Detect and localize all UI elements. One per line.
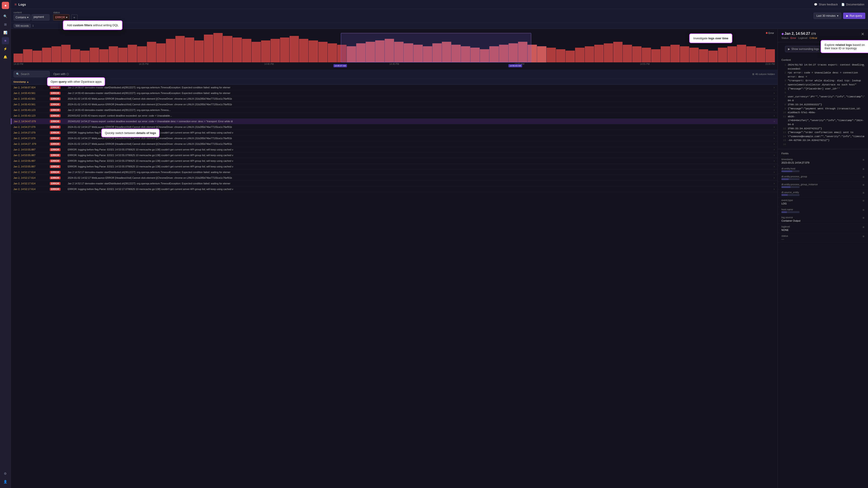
chart-bar[interactable] [680, 46, 689, 63]
table-row[interactable]: Jan 2, 14:52:17.614 ERROR 2024-01-02 14:… [11, 175, 778, 181]
cell-expand[interactable]: › [771, 90, 778, 96]
chart-bar[interactable] [718, 48, 727, 62]
chart-bar[interactable] [556, 49, 565, 63]
add-filter-button[interactable]: + [71, 14, 78, 21]
chart-bar[interactable] [413, 45, 423, 62]
status-select[interactable]: ERROR ▾ [53, 14, 69, 21]
chart-bar[interactable] [671, 45, 680, 62]
sidebar-icon-user[interactable]: 👤 [2, 478, 9, 485]
chart-bar[interactable] [442, 42, 451, 62]
chart-bar[interactable] [166, 39, 175, 62]
chart-bar[interactable] [80, 51, 90, 62]
chart-bar[interactable] [594, 45, 603, 62]
chart-bar[interactable] [223, 36, 232, 62]
cell-expand[interactable]: › [771, 158, 778, 164]
table-row[interactable]: Jan 2, 14:53:55.887 ERROR ERROR: logging… [11, 153, 778, 158]
chart-bar[interactable] [213, 33, 223, 62]
chart-bar[interactable] [661, 46, 670, 63]
table-row[interactable]: Jan 2, 14:53:55.887 ERROR ERROR: logging… [11, 158, 778, 164]
chart-bar[interactable] [461, 46, 470, 63]
cell-expand[interactable]: › [771, 175, 778, 181]
content-column-header[interactable]: Content ▾ [66, 79, 771, 85]
chart-bar[interactable] [147, 42, 156, 62]
chart-bar[interactable] [575, 48, 584, 62]
chart-bar[interactable] [71, 49, 80, 63]
field-filter-icon[interactable]: ≡ [863, 216, 864, 220]
chart-bar[interactable] [508, 43, 518, 63]
chart-bar[interactable] [13, 54, 23, 62]
chart-bar[interactable] [766, 49, 775, 63]
chart-bar[interactable] [128, 45, 137, 62]
chart-bar[interactable] [204, 35, 213, 63]
content-type-select[interactable]: Contains ▾ [13, 14, 31, 21]
chart-bar[interactable] [528, 45, 537, 62]
chart-bar[interactable] [99, 49, 108, 63]
time-range-select[interactable]: Last 30 minutes ▾ [813, 13, 841, 19]
chart-bar[interactable] [613, 42, 622, 62]
field-filter-icon[interactable]: ≡ [863, 191, 864, 195]
chart-bar[interactable] [280, 37, 289, 63]
table-row[interactable]: Jan 2, 14:55:43.561 ERROR Jan 2 14:55:43… [11, 90, 778, 96]
chart-bar[interactable] [489, 46, 499, 63]
chart-bar[interactable] [137, 46, 147, 63]
cell-expand[interactable]: › [771, 107, 778, 113]
panel-close-button[interactable]: ✕ [861, 32, 864, 37]
cell-expand[interactable]: › [771, 169, 778, 175]
chart-bar[interactable] [547, 48, 556, 62]
chart-bar[interactable] [537, 46, 546, 63]
chart-bar[interactable] [318, 42, 328, 62]
chart-bar[interactable] [299, 39, 308, 62]
chart-bar[interactable] [194, 40, 204, 63]
chart-bar[interactable] [727, 46, 737, 63]
logs-table[interactable]: timestamp ▲ Status ▾ Content ▾ Jan 2, 14… [11, 79, 778, 488]
content-value-input[interactable]: payment [31, 14, 50, 21]
chart-bar[interactable] [23, 49, 32, 63]
chart-bar[interactable] [61, 45, 70, 62]
cell-expand[interactable]: › [771, 119, 778, 124]
table-row[interactable]: Jan 2, 14:55:43.561 ERROR 2024-01-02 14:… [11, 96, 778, 102]
sidebar-icon-search[interactable]: 🔍 [2, 13, 9, 20]
table-row[interactable]: Jan 2, 14:55:43.123 ERROR Jan 2 14:55:43… [11, 107, 778, 113]
chart-bar[interactable] [42, 48, 51, 62]
chart-bar[interactable] [347, 46, 356, 63]
chart-bar[interactable] [337, 45, 346, 62]
chart-bar[interactable] [565, 51, 575, 62]
field-filter-icon[interactable]: ≡ [863, 225, 864, 229]
chart-bar[interactable] [452, 45, 461, 62]
app-logo[interactable]: ◆ [2, 2, 9, 9]
chart-bar[interactable] [261, 40, 270, 63]
chart-bar[interactable] [309, 40, 318, 63]
table-row[interactable]: Jan 2, 14:52:17.614 ERROR Jan 2 14:52:17… [11, 181, 778, 186]
chart-bar[interactable] [689, 48, 699, 62]
chart-bar[interactable] [90, 48, 99, 62]
chart-bar[interactable] [289, 36, 299, 62]
table-row[interactable]: Jan 2, 14:54:47.079 ERROR 2024/01/02 14:… [11, 119, 778, 124]
chart-bar[interactable] [271, 39, 280, 62]
cell-expand[interactable]: › [771, 181, 778, 186]
cell-expand[interactable]: › [771, 102, 778, 107]
table-row[interactable]: Jan 2, 14:54:27 .079 ERROR 2024-01-02 14… [11, 141, 778, 147]
cell-expand[interactable]: › [771, 130, 778, 135]
field-filter-icon[interactable]: ≡ [863, 199, 864, 202]
chart-bar[interactable] [642, 48, 651, 62]
table-row[interactable]: Jan 2, 14:55:43.561 ERROR 2024-01-02 14:… [11, 102, 778, 107]
field-filter-icon[interactable]: ≡ [863, 208, 864, 212]
chart-bar[interactable] [118, 48, 127, 62]
chart-bar[interactable] [52, 46, 61, 63]
cell-expand[interactable]: › [771, 124, 778, 130]
chart-bar[interactable] [404, 43, 413, 63]
field-filter-icon[interactable]: ≡ [863, 158, 864, 162]
chart-bar[interactable] [109, 46, 118, 63]
documentation-button[interactable]: 📄 Documentation [841, 3, 864, 6]
table-row[interactable]: Jan 2, 14:52:17.614 ERROR Jan 2 14:52:17… [11, 169, 778, 175]
chart-bar[interactable] [185, 37, 194, 63]
search-input[interactable]: 🔍 Search [13, 71, 50, 77]
open-with-button[interactable]: Open with ⬡ [52, 72, 70, 76]
chart-bar[interactable] [356, 43, 366, 63]
chart-bar[interactable] [623, 45, 632, 62]
chart-bar[interactable] [737, 45, 746, 62]
field-filter-icon[interactable]: ≡ [863, 175, 864, 179]
field-filter-icon[interactable]: ≡ [863, 183, 864, 187]
chart-canvas[interactable]: 14:45:07 AM14:55:43 AM [13, 31, 775, 62]
timestamp-column-header[interactable]: timestamp ▲ [11, 79, 48, 85]
